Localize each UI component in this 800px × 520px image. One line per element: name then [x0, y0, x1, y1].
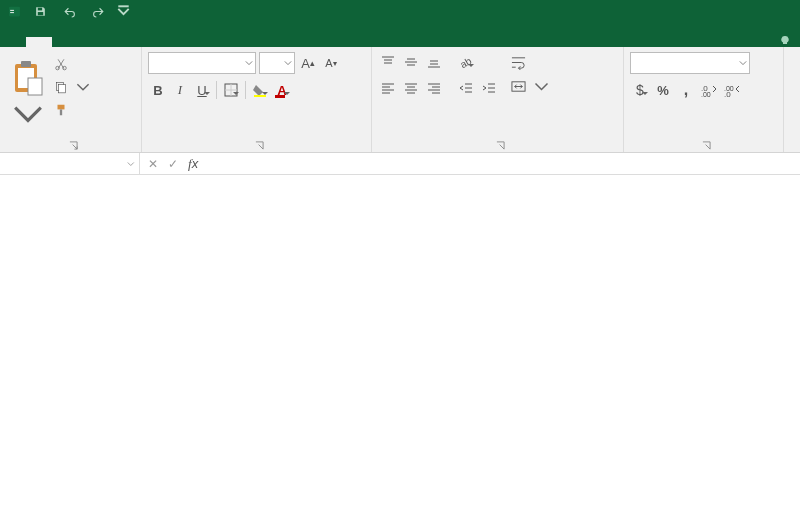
borders-button[interactable]: [221, 80, 241, 100]
name-box[interactable]: [0, 153, 140, 174]
scissors-icon: [54, 57, 68, 71]
qat-customize-icon[interactable]: [117, 5, 130, 18]
tab-home[interactable]: [26, 37, 52, 47]
svg-rect-14: [60, 109, 62, 115]
comma-button[interactable]: ,: [676, 80, 696, 100]
group-number: $ % , .0.00 .00.0: [624, 47, 784, 152]
decrease-font-button[interactable]: A▾: [321, 53, 341, 73]
paste-button[interactable]: [6, 52, 50, 139]
italic-button[interactable]: I: [170, 80, 190, 100]
svg-rect-0: [9, 6, 20, 16]
wrap-text-button[interactable]: [509, 52, 551, 72]
svg-text:ab: ab: [459, 55, 473, 69]
redo-icon[interactable]: [88, 1, 108, 21]
tell-me[interactable]: [779, 35, 800, 47]
increase-decimal-button[interactable]: .0.00: [699, 80, 719, 100]
font-name-combo[interactable]: [148, 52, 256, 74]
name-box-input[interactable]: [4, 157, 127, 171]
align-center-button[interactable]: [401, 78, 421, 98]
dialog-launcher-icon[interactable]: [702, 141, 711, 150]
svg-rect-13: [58, 104, 65, 109]
tab-view[interactable]: [182, 37, 208, 47]
align-bottom-button[interactable]: [424, 52, 444, 72]
cancel-icon[interactable]: ✕: [148, 157, 158, 171]
svg-rect-2: [10, 12, 14, 13]
svg-rect-3: [37, 7, 41, 10]
lightbulb-icon: [779, 35, 791, 47]
quick-access-toolbar: [0, 1, 138, 21]
merge-center-button[interactable]: [509, 76, 551, 96]
decrease-indent-button[interactable]: [456, 78, 476, 98]
svg-rect-12: [59, 84, 66, 92]
align-left-button[interactable]: [378, 78, 398, 98]
formula-bar: ✕ ✓ fx: [0, 153, 800, 175]
copy-icon: [54, 80, 68, 94]
dialog-launcher-icon[interactable]: [496, 141, 505, 150]
ribbon-tabs: [0, 22, 800, 47]
tab-pdfelement[interactable]: [208, 37, 234, 47]
svg-rect-7: [21, 61, 31, 67]
app-icon: [8, 5, 21, 18]
copy-button[interactable]: [54, 77, 90, 96]
accounting-format-button[interactable]: $: [630, 80, 650, 100]
format-painter-button[interactable]: [54, 100, 90, 119]
group-alignment: ab: [372, 47, 624, 152]
increase-indent-button[interactable]: [479, 78, 499, 98]
align-top-button[interactable]: [378, 52, 398, 72]
decrease-decimal-button[interactable]: .00.0: [722, 80, 742, 100]
font-size-combo[interactable]: [259, 52, 295, 74]
fx-icon[interactable]: fx: [188, 156, 198, 172]
orientation-button[interactable]: ab: [456, 52, 476, 72]
font-color-button[interactable]: A: [272, 80, 292, 100]
undo-icon[interactable]: [59, 1, 79, 21]
dialog-launcher-icon[interactable]: [69, 141, 78, 150]
svg-text:.0: .0: [724, 90, 731, 97]
bold-button[interactable]: B: [148, 80, 168, 100]
underline-button[interactable]: U: [192, 80, 212, 100]
tab-data[interactable]: [130, 37, 156, 47]
paintbrush-icon: [54, 103, 68, 117]
align-right-button[interactable]: [424, 78, 444, 98]
svg-rect-8: [28, 78, 42, 95]
title-bar: [0, 0, 800, 22]
tab-formulas[interactable]: [104, 37, 130, 47]
svg-rect-1: [10, 9, 14, 10]
save-icon[interactable]: [30, 1, 50, 21]
ribbon: A▴ A▾ B I U A: [0, 47, 800, 153]
tab-review[interactable]: [156, 37, 182, 47]
svg-rect-16: [254, 95, 266, 97]
dialog-launcher-icon[interactable]: [255, 141, 264, 150]
chevron-down-icon[interactable]: [127, 160, 135, 168]
svg-text:.00: .00: [701, 91, 711, 97]
group-font: A▴ A▾ B I U A: [142, 47, 372, 152]
percent-button[interactable]: %: [653, 80, 673, 100]
merge-icon: [511, 79, 526, 94]
align-middle-button[interactable]: [401, 52, 421, 72]
increase-font-button[interactable]: A▴: [298, 53, 318, 73]
wrap-text-icon: [511, 55, 526, 70]
tab-file[interactable]: [0, 37, 26, 47]
tab-page-layout[interactable]: [78, 37, 104, 47]
svg-rect-4: [37, 12, 42, 15]
number-format-combo[interactable]: [630, 52, 750, 74]
tab-insert[interactable]: [52, 37, 78, 47]
group-clipboard: [0, 47, 142, 152]
cut-button[interactable]: [54, 54, 90, 73]
fill-color-button[interactable]: [250, 80, 270, 100]
enter-icon[interactable]: ✓: [168, 157, 178, 171]
chevron-down-icon: [12, 96, 44, 132]
